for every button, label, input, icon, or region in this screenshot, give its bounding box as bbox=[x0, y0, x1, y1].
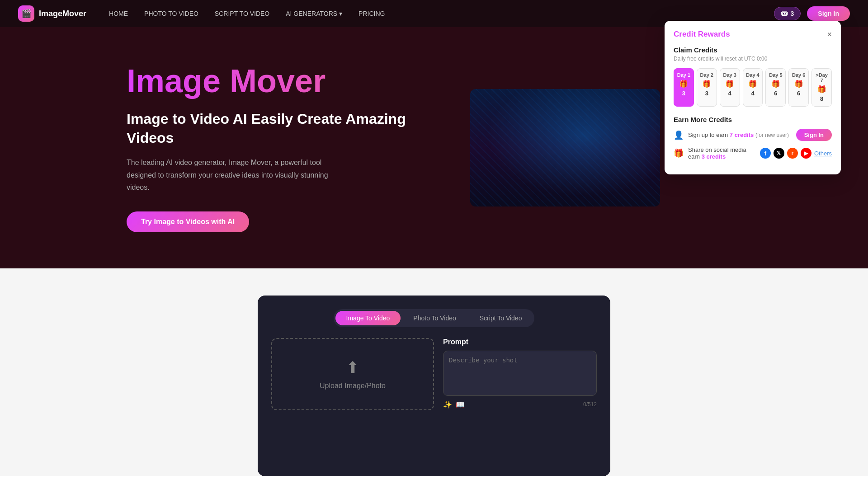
cta-button[interactable]: Try Image to Videos with AI bbox=[127, 211, 249, 232]
char-count: 0/512 bbox=[583, 401, 597, 408]
day-card-5[interactable]: Day 5 🎁 6 bbox=[765, 68, 786, 107]
lower-section: Image To VideoPhoto To VideoScript To Vi… bbox=[0, 268, 868, 476]
earn-row-social: 🎁 Share on social media earn 3 credits f… bbox=[674, 146, 832, 160]
prompt-icons: ✨ 📖 bbox=[443, 400, 465, 409]
hero-subtitle: Image to Video AI Easily Create Amazing … bbox=[127, 110, 443, 147]
day-card-4[interactable]: Day 4 🎁 4 bbox=[743, 68, 763, 107]
gift-icon: 🎁 bbox=[674, 148, 684, 158]
earn-social-text: Share on social media earn 3 credits bbox=[688, 146, 755, 160]
nav-home[interactable]: HOME bbox=[109, 10, 128, 17]
hero-content: Image Mover Image to Video AI Easily Cre… bbox=[127, 63, 443, 232]
nav-ai-generators[interactable]: AI GENERATORS ▾ bbox=[286, 10, 342, 17]
hero-description: The leading AI video generator, Image Mo… bbox=[127, 156, 353, 193]
upload-text: Upload Image/Photo bbox=[320, 382, 386, 390]
tab-photo-to-video[interactable]: Photo To Video bbox=[402, 311, 467, 325]
prompt-input[interactable] bbox=[443, 351, 597, 396]
days-row: Day 1 🎁 3 Day 2 🎁 3 Day 3 🎁 4 Day 4 🎁 4 … bbox=[674, 68, 832, 107]
prompt-label: Prompt bbox=[443, 338, 597, 346]
day-card-6[interactable]: Day 6 🎁 6 bbox=[788, 68, 809, 107]
others-link[interactable]: Others bbox=[814, 150, 832, 157]
day-card-7[interactable]: >Day 7 🎁 8 bbox=[811, 68, 832, 107]
x-twitter-icon[interactable]: 𝕏 bbox=[774, 148, 784, 159]
day-card-1[interactable]: Day 1 🎁 3 bbox=[674, 68, 694, 107]
social-credits: 3 credits bbox=[702, 153, 726, 160]
user-icon: 👤 bbox=[674, 130, 684, 140]
hero-image bbox=[470, 89, 660, 206]
nav-links: HOME PHOTO TO VIDEO SCRIPT TO VIDEO AI G… bbox=[109, 10, 774, 17]
facebook-icon[interactable]: f bbox=[760, 148, 771, 159]
upload-icon: ⬆ bbox=[346, 358, 359, 377]
image-overlay bbox=[470, 89, 660, 206]
popup-title: Credit Rewards bbox=[674, 30, 730, 39]
signin-button[interactable]: Sign In bbox=[807, 6, 850, 21]
tool-body: ⬆ Upload Image/Photo Prompt ✨ 📖 0/512 bbox=[271, 338, 597, 410]
claim-subtitle: Daily free credits will reset at UTC 0:0… bbox=[674, 56, 832, 62]
credits-count: 3 bbox=[791, 10, 794, 17]
earn-title: Earn More Credits bbox=[674, 116, 832, 123]
earn-signin-button[interactable]: Sign In bbox=[796, 129, 832, 141]
magic-icon[interactable]: ✨ bbox=[443, 400, 452, 409]
earn-row-signup: 👤 Sign up to earn 7 credits (for new use… bbox=[674, 129, 832, 141]
day-card-2[interactable]: Day 2 🎁 3 bbox=[697, 68, 717, 107]
youtube-icon[interactable]: ▶ bbox=[801, 148, 811, 159]
nav-right: 🎟 3 Sign In bbox=[774, 6, 850, 21]
nav-photo-to-video[interactable]: PHOTO TO VIDEO bbox=[144, 10, 198, 17]
reddit-icon[interactable]: r bbox=[787, 148, 798, 159]
hero-title: Image Mover bbox=[127, 63, 443, 99]
credit-popup: Credit Rewards × Claim Credits Daily fre… bbox=[665, 21, 841, 174]
tool-panel: Image To VideoPhoto To VideoScript To Vi… bbox=[258, 296, 610, 476]
earn-signup-text: Sign up to earn 7 credits (for new user) bbox=[688, 131, 792, 138]
social-icons: f 𝕏 r ▶ Others bbox=[760, 148, 832, 159]
tabs-row: Image To VideoPhoto To VideoScript To Vi… bbox=[334, 309, 535, 327]
prompt-area: Prompt ✨ 📖 0/512 bbox=[443, 338, 597, 410]
claim-title: Claim Credits bbox=[674, 46, 832, 54]
prompt-footer: ✨ 📖 0/512 bbox=[443, 400, 597, 409]
earn-signup-note: (for new user) bbox=[755, 132, 789, 138]
nav-script-to-video[interactable]: SCRIPT TO VIDEO bbox=[215, 10, 269, 17]
upload-area[interactable]: ⬆ Upload Image/Photo bbox=[271, 338, 434, 410]
credits-icon: 🎟 bbox=[781, 9, 788, 18]
credits-badge[interactable]: 🎟 3 bbox=[774, 7, 801, 20]
logo-area[interactable]: 🎬 ImageMover bbox=[18, 5, 86, 22]
signup-credits: 7 credits bbox=[730, 131, 754, 138]
tab-image-to-video[interactable]: Image To Video bbox=[335, 311, 401, 325]
popup-close-button[interactable]: × bbox=[827, 30, 832, 38]
logo-text: ImageMover bbox=[39, 9, 86, 19]
day-card-3[interactable]: Day 3 🎁 4 bbox=[720, 68, 740, 107]
tab-script-to-video[interactable]: Script To Video bbox=[469, 311, 533, 325]
popup-header: Credit Rewards × bbox=[674, 30, 832, 39]
nav-pricing[interactable]: PRICING bbox=[359, 10, 385, 17]
book-icon[interactable]: 📖 bbox=[456, 400, 465, 409]
logo-icon: 🎬 bbox=[18, 5, 34, 22]
chevron-down-icon: ▾ bbox=[339, 10, 342, 17]
